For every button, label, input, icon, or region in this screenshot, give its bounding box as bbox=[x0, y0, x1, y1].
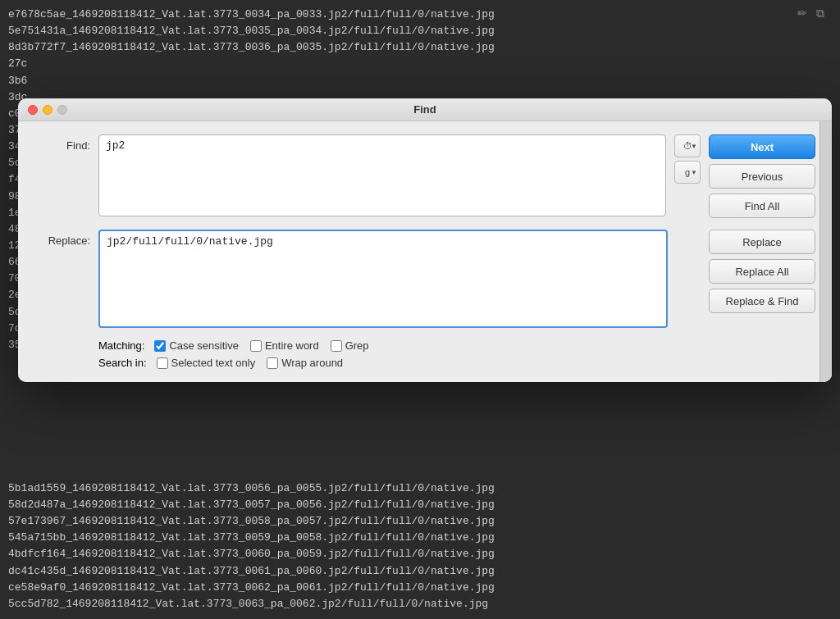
search-in-row: Search in: Selected text only Wrap aroun… bbox=[98, 357, 815, 369]
find-all-button[interactable]: Find All bbox=[709, 193, 815, 218]
terminal-line: 5e751431a_1469208118412_Vat.lat.3773_003… bbox=[8, 23, 832, 39]
terminal-line: 57e173967_1469208118412_Vat.lat.3773_005… bbox=[8, 513, 832, 530]
next-button[interactable]: Next bbox=[709, 134, 815, 159]
terminal-line: e7678c5ae_1469208118412_Vat.lat.3773_003… bbox=[8, 7, 832, 23]
minimize-button[interactable] bbox=[43, 105, 52, 115]
terminal-line: ce58e9af0_1469208118412_Vat.lat.3773_006… bbox=[8, 580, 832, 596]
replace-input[interactable]: jp2/full/full/0/native.jpg bbox=[98, 230, 668, 328]
window-controls bbox=[28, 105, 67, 115]
find-row: Find: jp2 ⏱ ▼ g ▼ Next Previous Find All bbox=[34, 134, 815, 218]
entire-word-label[interactable]: Entire word bbox=[250, 339, 319, 352]
find-input[interactable]: jp2 bbox=[98, 134, 666, 216]
terminal-line: dc41c435d_1469208118412_Vat.lat.3773_006… bbox=[8, 563, 832, 580]
case-sensitive-text: Case sensitive bbox=[169, 339, 239, 352]
find-label: Find: bbox=[34, 134, 90, 152]
maximize-button[interactable] bbox=[57, 105, 67, 115]
replace-button[interactable]: Replace bbox=[709, 230, 815, 254]
chevron-down-icon: ▼ bbox=[691, 143, 697, 150]
selected-text-only-text: Selected text only bbox=[171, 357, 256, 369]
scrollbar[interactable] bbox=[819, 121, 832, 382]
wrap-around-text: Wrap around bbox=[281, 357, 343, 369]
find-icons: ⏱ ▼ g ▼ bbox=[674, 134, 701, 184]
find-input-area: jp2 bbox=[98, 134, 666, 216]
terminal-line: 3b6 bbox=[8, 73, 832, 89]
search-in-label: Search in: bbox=[98, 357, 147, 369]
entire-word-text: Entire word bbox=[265, 339, 319, 352]
grep-checkbox[interactable] bbox=[331, 340, 342, 352]
clock-dropdown-button[interactable]: ⏱ ▼ bbox=[674, 134, 701, 157]
selected-text-only-checkbox[interactable] bbox=[157, 357, 168, 369]
replace-input-area: jp2/full/full/0/native.jpg bbox=[98, 230, 668, 328]
title-bar: Find bbox=[18, 98, 832, 121]
case-sensitive-label[interactable]: Case sensitive bbox=[154, 339, 239, 352]
find-action-buttons: Next Previous Find All bbox=[709, 134, 815, 218]
replace-all-button[interactable]: Replace All bbox=[709, 259, 815, 284]
terminal-line: 4bdfcf164_1469208118412_Vat.lat.3773_006… bbox=[8, 546, 832, 562]
wrap-around-label[interactable]: Wrap around bbox=[267, 357, 343, 369]
terminal-line: 5cc5d782_1469208118412_Vat.lat.3773_0063… bbox=[8, 596, 832, 612]
terminal-line: 58d2d487a_1469208118412_Vat.lat.3773_005… bbox=[8, 497, 832, 513]
replace-label: Replace: bbox=[34, 230, 90, 247]
case-sensitive-checkbox[interactable] bbox=[154, 340, 166, 352]
grep-text: Grep bbox=[345, 339, 369, 352]
toolbar: ✏ ⧉ bbox=[796, 7, 827, 20]
previous-button[interactable]: Previous bbox=[709, 164, 815, 189]
g-label: g bbox=[685, 167, 690, 177]
find-dialog: Find Find: jp2 ⏱ ▼ g ▼ Next Previous bbox=[18, 98, 832, 382]
chevron-down-icon: ▼ bbox=[691, 169, 697, 176]
close-button[interactable] bbox=[28, 105, 38, 115]
terminal-line: 27c bbox=[8, 56, 832, 72]
grep-label[interactable]: Grep bbox=[331, 339, 369, 352]
dialog-title: Find bbox=[413, 103, 436, 116]
pen-icon[interactable]: ✏ bbox=[796, 7, 809, 20]
terminal-line: 5b1ad1559_1469208118412_Vat.lat.3773_005… bbox=[8, 480, 832, 497]
replace-action-buttons: Replace Replace All Replace & Find bbox=[709, 230, 815, 313]
copy-icon[interactable]: ⧉ bbox=[814, 7, 827, 20]
matching-row: Matching: Case sensitive Entire word Gre… bbox=[98, 339, 815, 352]
matching-label: Matching: bbox=[98, 339, 144, 352]
dialog-content: Find: jp2 ⏱ ▼ g ▼ Next Previous Find All bbox=[18, 121, 832, 382]
wrap-around-checkbox[interactable] bbox=[267, 357, 278, 369]
selected-text-only-label[interactable]: Selected text only bbox=[157, 357, 256, 369]
entire-word-checkbox[interactable] bbox=[250, 340, 262, 352]
replace-and-find-button[interactable]: Replace & Find bbox=[709, 289, 815, 313]
replace-row: Replace: jp2/full/full/0/native.jpg Repl… bbox=[34, 230, 815, 328]
g-dropdown-button[interactable]: g ▼ bbox=[674, 161, 701, 184]
terminal-line: 8d3b772f7_1469208118412_Vat.lat.3773_003… bbox=[8, 39, 832, 56]
terminal-line: 545a715bb_1469208118412_Vat.lat.3773_005… bbox=[8, 530, 832, 546]
